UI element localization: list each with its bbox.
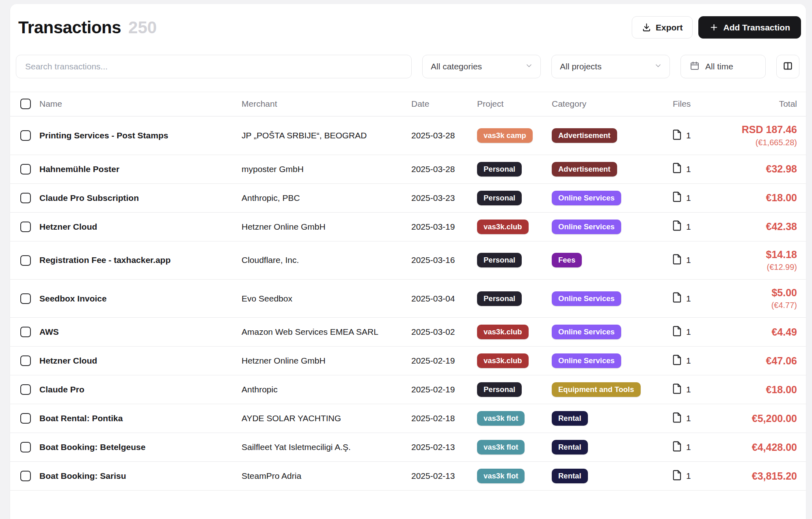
table-row[interactable]: Seedbox Invoice Evo Seedbox 2025-03-04 P… <box>10 279 806 317</box>
transaction-name: Hetzner Cloud <box>39 212 242 241</box>
transaction-date: 2025-03-28 <box>411 116 477 155</box>
transaction-date: 2025-03-02 <box>411 318 477 347</box>
transaction-merchant: Hetzner Online GmbH <box>242 347 411 375</box>
row-checkbox[interactable] <box>20 442 31 452</box>
transaction-total: €3,815.20 <box>734 470 797 482</box>
projects-filter[interactable]: All projects <box>551 55 670 78</box>
transactions-tbody: Printing Services - Post Stamps JP „POŠT… <box>10 116 806 491</box>
transaction-total: €4,428.00 <box>734 441 797 454</box>
table-row[interactable]: Boat Booking: Betelgeuse Sailfleet Yat I… <box>10 433 806 462</box>
export-button[interactable]: Export <box>632 16 693 39</box>
row-checkbox[interactable] <box>20 413 31 424</box>
file-count: 1 <box>686 164 691 174</box>
transaction-name: Claude Pro Subscription <box>39 183 242 212</box>
transaction-total: €5,200.00 <box>734 412 797 425</box>
table-row[interactable]: Boat Booking: Sarisu SteamPro Adria 2025… <box>10 462 806 491</box>
column-header-date: Date <box>411 92 477 116</box>
project-badge: Personal <box>477 382 522 397</box>
row-checkbox[interactable] <box>20 384 31 395</box>
calendar-icon <box>690 61 700 73</box>
file-icon <box>673 129 682 142</box>
transaction-name: Boat Rental: Pontika <box>39 404 242 433</box>
transaction-total: €47.06 <box>734 355 797 367</box>
transaction-total: €42.38 <box>734 220 797 233</box>
transaction-date: 2025-03-23 <box>411 183 477 212</box>
project-badge: Personal <box>477 191 522 205</box>
transaction-name: Boat Booking: Sarisu <box>39 462 242 491</box>
transactions-count: 250 <box>128 18 157 37</box>
row-checkbox[interactable] <box>20 355 31 366</box>
select-all-checkbox[interactable] <box>20 99 31 109</box>
transaction-total: €18.00 <box>734 192 797 204</box>
file-icon <box>673 441 682 454</box>
project-badge: Personal <box>477 162 522 177</box>
category-badge: Rental <box>552 469 588 483</box>
category-badge: Advertisement <box>552 162 617 177</box>
file-count: 1 <box>686 255 691 265</box>
date-range-filter-value: All time <box>705 62 733 71</box>
transaction-merchant: Anthropic <box>242 375 411 404</box>
table-row[interactable]: AWS Amazon Web Services EMEA SARL 2025-0… <box>10 318 806 347</box>
row-checkbox[interactable] <box>20 222 31 232</box>
row-checkbox[interactable] <box>20 293 31 304</box>
categories-filter[interactable]: All categories <box>422 55 541 78</box>
columns-toggle-button[interactable] <box>776 55 799 78</box>
row-checkbox[interactable] <box>20 193 31 203</box>
transaction-merchant: SteamPro Adria <box>242 462 411 491</box>
category-badge: Rental <box>552 440 588 454</box>
row-checkbox[interactable] <box>20 471 31 481</box>
project-badge: Personal <box>477 291 522 306</box>
title-group: Transactions 250 <box>18 18 157 37</box>
table-row[interactable]: Printing Services - Post Stamps JP „POŠT… <box>10 116 806 155</box>
filterbar: All categories All projects All time <box>10 55 806 78</box>
transaction-merchant: Cloudflare, Inc. <box>242 241 411 279</box>
project-badge: Personal <box>477 253 522 267</box>
row-checkbox[interactable] <box>20 130 31 141</box>
transaction-merchant: myposter GmbH <box>242 155 411 183</box>
column-header-files: Files <box>673 92 734 116</box>
file-icon <box>673 220 682 233</box>
row-checkbox[interactable] <box>20 327 31 337</box>
category-badge: Online Services <box>552 325 621 339</box>
topbar: Transactions 250 Export Add Transaction <box>10 4 806 39</box>
transactions-panel: Transactions 250 Export Add Transaction … <box>10 4 806 519</box>
file-count: 1 <box>686 193 691 203</box>
transaction-total: RSD 187.46 <box>734 123 797 136</box>
table-row[interactable]: Boat Rental: Pontika AYDE SOLAR YACHTING… <box>10 404 806 433</box>
file-icon <box>673 163 682 175</box>
transaction-name: Printing Services - Post Stamps <box>39 116 242 155</box>
table-row[interactable]: Hetzner Cloud Hetzner Online GmbH 2025-0… <box>10 212 806 241</box>
file-count: 1 <box>686 471 691 481</box>
file-count: 1 <box>686 131 691 140</box>
table-row[interactable]: Hahnemühle Poster myposter GmbH 2025-03-… <box>10 155 806 183</box>
table-row[interactable]: Claude Pro Subscription Anthropic, PBC 2… <box>10 183 806 212</box>
file-count: 1 <box>686 222 691 232</box>
transaction-name: Registration Fee - taxhacker.app <box>39 241 242 279</box>
date-range-filter[interactable]: All time <box>680 55 766 78</box>
table-row[interactable]: Registration Fee - taxhacker.app Cloudfl… <box>10 241 806 279</box>
transaction-name: Claude Pro <box>39 375 242 404</box>
add-transaction-button[interactable]: Add Transaction <box>698 16 801 39</box>
page-title: Transactions <box>18 18 121 37</box>
add-transaction-button-label: Add Transaction <box>723 23 790 32</box>
transaction-total: €4.49 <box>734 326 797 338</box>
category-badge: Fees <box>552 253 582 267</box>
project-badge: vas3k.club <box>477 353 529 368</box>
search-input[interactable] <box>16 55 412 78</box>
row-checkbox[interactable] <box>20 164 31 174</box>
project-badge: vas3k.club <box>477 325 529 339</box>
transaction-merchant: JP „POŠTA SRBIJE“, BEOGRAD <box>242 116 411 155</box>
transaction-date: 2025-03-16 <box>411 241 477 279</box>
transaction-total-secondary: (€4.77) <box>734 300 797 310</box>
row-checkbox[interactable] <box>20 255 31 266</box>
column-header-project: Project <box>477 92 552 116</box>
table-row[interactable]: Hetzner Cloud Hetzner Online GmbH 2025-0… <box>10 347 806 375</box>
table-row[interactable]: Claude Pro Anthropic 2025-02-19 Personal… <box>10 375 806 404</box>
column-header-merchant: Merchant <box>242 92 411 116</box>
file-count: 1 <box>686 442 691 452</box>
transaction-merchant: AYDE SOLAR YACHTING <box>242 404 411 433</box>
file-icon <box>673 355 682 367</box>
chevron-down-icon <box>525 62 533 72</box>
category-badge: Online Services <box>552 353 621 368</box>
transaction-date: 2025-03-28 <box>411 155 477 183</box>
